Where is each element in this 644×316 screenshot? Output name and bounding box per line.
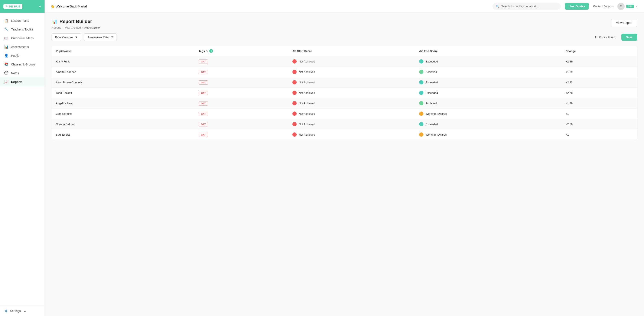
start-score-label: Not Achieved (299, 112, 315, 115)
cell-start-score: Not Achieved (288, 98, 415, 109)
cell-pupil-name: Todd Hackett (52, 88, 194, 98)
cell-change: +1 (561, 109, 637, 119)
collapse-sidebar-button[interactable]: « (39, 5, 41, 8)
view-report-button[interactable]: View Report (611, 19, 637, 27)
end-score-label: Exceeded (426, 81, 438, 84)
base-columns-chevron-icon: ▼ (75, 36, 78, 39)
assessment-filter-button[interactable]: Assessment Filter ▽ (84, 34, 116, 41)
cell-tag: GAT (194, 109, 288, 119)
sidebar-item-pupils[interactable]: 👤 Pupils (0, 51, 44, 60)
search-input[interactable] (501, 5, 557, 8)
avatar-chevron-icon: ▼ (636, 5, 638, 8)
tag-badge: GAT (198, 80, 208, 85)
table-row: Todd Hackett GAT Not Achieved Exceeded +… (52, 88, 637, 98)
sidebar-label-classes-groups: Classes & Groups (11, 63, 35, 66)
settings-chevron-icon: ▲ (24, 309, 26, 312)
sidebar-label-lesson-plans: Lesson Plans (11, 19, 29, 22)
start-score-dot (292, 59, 297, 64)
cell-tag: GAT (194, 98, 288, 109)
end-score-dot (419, 91, 424, 95)
breadcrumb-reports[interactable]: Reports (52, 26, 61, 29)
cell-tag: GAT (194, 67, 288, 77)
save-button[interactable]: Save (622, 34, 637, 41)
col-header-tags: Tags ▽ 1 (194, 46, 288, 56)
start-score-dot (292, 91, 297, 95)
table-row: Glenda Erdman GAT Not Achieved Exceeded … (52, 119, 637, 129)
avatar-badge: ABC (626, 5, 634, 8)
table-row: Beth Kerluke GAT Not Achieved Working To… (52, 109, 637, 119)
table-row: Alberta Leannon GAT Not Achieved Achieve… (52, 67, 637, 77)
cell-pupil-name: Saul Effertz (52, 129, 194, 140)
start-score-label: Not Achieved (299, 133, 315, 136)
sidebar-item-curriculum-maps[interactable]: 📖 Curriculum Maps (0, 34, 44, 43)
page-title-area: 📊 Report Builder Reports › Year 1 Gifted… (52, 19, 100, 29)
cell-tag: GAT (194, 77, 288, 88)
cell-pupil-name: Alton Brown-Connelly (52, 77, 194, 88)
tag-badge: GAT (198, 60, 208, 64)
lesson-plans-icon: 📋 (4, 19, 8, 23)
start-score-dot (292, 80, 297, 84)
table-row: Alton Brown-Connelly GAT Not Achieved Ex… (52, 77, 637, 88)
cell-end-score: Working Towards (415, 129, 561, 140)
avatar-area[interactable]: M ABC ▼ (617, 3, 638, 10)
cell-start-score: Not Achieved (288, 56, 415, 67)
sidebar-item-lesson-plans[interactable]: 📋 Lesson Plans (0, 16, 44, 25)
table-row: Saul Effertz GAT Not Achieved Working To… (52, 129, 637, 140)
end-score-label: Working Towards (426, 112, 447, 115)
cell-end-score: Achieved (415, 98, 561, 109)
tags-filter-icon[interactable]: ▽ (206, 50, 208, 53)
logo-text: PE HUB (9, 5, 21, 8)
cell-end-score: Exceeded (415, 88, 561, 98)
end-score-dot (419, 112, 424, 116)
breadcrumb-sep-1: › (63, 26, 64, 29)
end-score-dot (419, 80, 424, 84)
breadcrumb-sep-2: › (82, 26, 83, 29)
cell-end-score: Achieved (415, 67, 561, 77)
end-score-dot (419, 70, 424, 74)
start-score-label: Not Achieved (299, 70, 315, 74)
page-title: 📊 Report Builder (52, 19, 100, 24)
breadcrumb-group[interactable]: Year 1 Gifted (65, 26, 81, 29)
col-header-pupil-name: Pupil Name (52, 46, 194, 56)
sidebar-item-teachers-toolkit[interactable]: 🔧 Teacher's Toolkit (0, 25, 44, 34)
search-box[interactable]: 🔍 (492, 3, 561, 10)
sidebar-item-notes[interactable]: 💬 Notes (0, 69, 44, 77)
table-row: Angelica Lang GAT Not Achieved Achieved … (52, 98, 637, 109)
end-score-label: Exceeded (426, 60, 438, 63)
end-score-dot (419, 59, 424, 64)
col-header-change: Change (561, 46, 637, 56)
sidebar-item-settings[interactable]: ⚙️ Settings ▲ (4, 309, 40, 312)
sidebar-label-assessments: Assessments (11, 45, 29, 49)
report-table: Pupil Name Tags ▽ 1 Av. Start Score Av. … (52, 46, 637, 140)
main-area: 👋 Welcome Back Marta! 🔍 User Guides Cont… (45, 0, 644, 316)
user-guides-button[interactable]: User Guides (565, 3, 589, 10)
table-body: Kristy Funk GAT Not Achieved Exceeded +2… (52, 56, 637, 140)
cell-pupil-name: Beth Kerluke (52, 109, 194, 119)
cell-start-score: Not Achieved (288, 119, 415, 129)
classes-groups-icon: 📚 (4, 62, 8, 66)
sidebar-item-reports[interactable]: 📈 Reports (0, 77, 44, 86)
settings-label: Settings (10, 309, 21, 312)
sidebar-label-notes: Notes (11, 71, 19, 75)
assessments-icon: 📊 (4, 45, 8, 49)
logo-flag-icon: 🏳 (5, 5, 8, 8)
end-score-dot (419, 101, 424, 105)
search-icon: 🔍 (496, 5, 500, 8)
sidebar-logo: 🏳 PE HUB « (0, 0, 44, 13)
cell-start-score: Not Achieved (288, 77, 415, 88)
page-header: 📊 Report Builder Reports › Year 1 Gifted… (52, 19, 637, 29)
base-columns-button[interactable]: Base Columns ▼ (52, 34, 81, 41)
contact-support-link[interactable]: Contact Support (593, 5, 613, 8)
cell-change: +1.89 (561, 98, 637, 109)
start-score-label: Not Achieved (299, 81, 315, 84)
avatar-initials: M (620, 5, 622, 8)
start-score-dot (292, 112, 297, 116)
curriculum-maps-icon: 📖 (4, 36, 8, 40)
cell-tag: GAT (194, 129, 288, 140)
sidebar-item-assessments[interactable]: 📊 Assessments (0, 43, 44, 51)
cell-tag: GAT (194, 56, 288, 67)
sidebar-item-classes-groups[interactable]: 📚 Classes & Groups (0, 60, 44, 69)
end-score-label: Exceeded (426, 91, 438, 95)
tag-badge: GAT (198, 91, 208, 95)
cell-pupil-name: Angelica Lang (52, 98, 194, 109)
